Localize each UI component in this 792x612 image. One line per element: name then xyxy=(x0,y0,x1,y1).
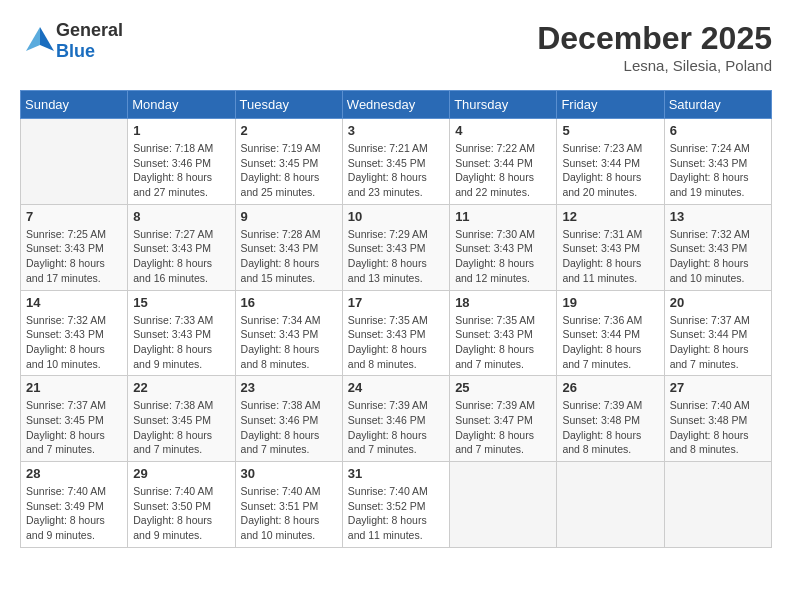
day-number: 30 xyxy=(241,466,337,481)
calendar-cell: 2Sunrise: 7:19 AMSunset: 3:45 PMDaylight… xyxy=(235,119,342,205)
day-number: 31 xyxy=(348,466,444,481)
day-info: Sunrise: 7:21 AMSunset: 3:45 PMDaylight:… xyxy=(348,141,444,200)
calendar-row-4: 21Sunrise: 7:37 AMSunset: 3:45 PMDayligh… xyxy=(21,376,772,462)
day-number: 24 xyxy=(348,380,444,395)
col-header-sunday: Sunday xyxy=(21,91,128,119)
day-number: 9 xyxy=(241,209,337,224)
day-number: 17 xyxy=(348,295,444,310)
calendar-cell: 10Sunrise: 7:29 AMSunset: 3:43 PMDayligh… xyxy=(342,204,449,290)
day-number: 13 xyxy=(670,209,766,224)
calendar-row-3: 14Sunrise: 7:32 AMSunset: 3:43 PMDayligh… xyxy=(21,290,772,376)
calendar-cell: 30Sunrise: 7:40 AMSunset: 3:51 PMDayligh… xyxy=(235,462,342,548)
calendar-cell: 17Sunrise: 7:35 AMSunset: 3:43 PMDayligh… xyxy=(342,290,449,376)
day-number: 7 xyxy=(26,209,122,224)
day-info: Sunrise: 7:40 AMSunset: 3:52 PMDaylight:… xyxy=(348,484,444,543)
day-info: Sunrise: 7:40 AMSunset: 3:51 PMDaylight:… xyxy=(241,484,337,543)
calendar-header-row: SundayMondayTuesdayWednesdayThursdayFrid… xyxy=(21,91,772,119)
svg-marker-1 xyxy=(26,27,40,51)
calendar-cell: 31Sunrise: 7:40 AMSunset: 3:52 PMDayligh… xyxy=(342,462,449,548)
day-number: 29 xyxy=(133,466,229,481)
day-info: Sunrise: 7:39 AMSunset: 3:47 PMDaylight:… xyxy=(455,398,551,457)
calendar-cell xyxy=(557,462,664,548)
calendar-cell: 22Sunrise: 7:38 AMSunset: 3:45 PMDayligh… xyxy=(128,376,235,462)
day-number: 12 xyxy=(562,209,658,224)
calendar-row-2: 7Sunrise: 7:25 AMSunset: 3:43 PMDaylight… xyxy=(21,204,772,290)
day-info: Sunrise: 7:25 AMSunset: 3:43 PMDaylight:… xyxy=(26,227,122,286)
day-number: 21 xyxy=(26,380,122,395)
calendar-cell xyxy=(664,462,771,548)
calendar-cell: 11Sunrise: 7:30 AMSunset: 3:43 PMDayligh… xyxy=(450,204,557,290)
day-info: Sunrise: 7:24 AMSunset: 3:43 PMDaylight:… xyxy=(670,141,766,200)
calendar-cell: 15Sunrise: 7:33 AMSunset: 3:43 PMDayligh… xyxy=(128,290,235,376)
location-title: Lesna, Silesia, Poland xyxy=(537,57,772,74)
calendar-cell: 6Sunrise: 7:24 AMSunset: 3:43 PMDaylight… xyxy=(664,119,771,205)
day-number: 19 xyxy=(562,295,658,310)
calendar-cell: 9Sunrise: 7:28 AMSunset: 3:43 PMDaylight… xyxy=(235,204,342,290)
day-info: Sunrise: 7:40 AMSunset: 3:48 PMDaylight:… xyxy=(670,398,766,457)
day-number: 15 xyxy=(133,295,229,310)
day-info: Sunrise: 7:39 AMSunset: 3:46 PMDaylight:… xyxy=(348,398,444,457)
day-number: 8 xyxy=(133,209,229,224)
day-number: 4 xyxy=(455,123,551,138)
day-info: Sunrise: 7:35 AMSunset: 3:43 PMDaylight:… xyxy=(455,313,551,372)
calendar-cell: 1Sunrise: 7:18 AMSunset: 3:46 PMDaylight… xyxy=(128,119,235,205)
page-header: General Blue December 2025 Lesna, Silesi… xyxy=(20,20,772,74)
day-info: Sunrise: 7:37 AMSunset: 3:44 PMDaylight:… xyxy=(670,313,766,372)
day-number: 16 xyxy=(241,295,337,310)
calendar-cell: 16Sunrise: 7:34 AMSunset: 3:43 PMDayligh… xyxy=(235,290,342,376)
day-info: Sunrise: 7:29 AMSunset: 3:43 PMDaylight:… xyxy=(348,227,444,286)
day-number: 3 xyxy=(348,123,444,138)
calendar-cell: 8Sunrise: 7:27 AMSunset: 3:43 PMDaylight… xyxy=(128,204,235,290)
day-info: Sunrise: 7:22 AMSunset: 3:44 PMDaylight:… xyxy=(455,141,551,200)
calendar-table: SundayMondayTuesdayWednesdayThursdayFrid… xyxy=(20,90,772,548)
day-info: Sunrise: 7:35 AMSunset: 3:43 PMDaylight:… xyxy=(348,313,444,372)
logo-general: General xyxy=(56,20,123,40)
day-info: Sunrise: 7:27 AMSunset: 3:43 PMDaylight:… xyxy=(133,227,229,286)
calendar-cell: 21Sunrise: 7:37 AMSunset: 3:45 PMDayligh… xyxy=(21,376,128,462)
day-number: 23 xyxy=(241,380,337,395)
day-number: 22 xyxy=(133,380,229,395)
day-info: Sunrise: 7:28 AMSunset: 3:43 PMDaylight:… xyxy=(241,227,337,286)
calendar-cell: 19Sunrise: 7:36 AMSunset: 3:44 PMDayligh… xyxy=(557,290,664,376)
day-info: Sunrise: 7:33 AMSunset: 3:43 PMDaylight:… xyxy=(133,313,229,372)
day-number: 25 xyxy=(455,380,551,395)
calendar-body: 1Sunrise: 7:18 AMSunset: 3:46 PMDaylight… xyxy=(21,119,772,548)
day-number: 5 xyxy=(562,123,658,138)
calendar-row-5: 28Sunrise: 7:40 AMSunset: 3:49 PMDayligh… xyxy=(21,462,772,548)
calendar-cell: 3Sunrise: 7:21 AMSunset: 3:45 PMDaylight… xyxy=(342,119,449,205)
day-info: Sunrise: 7:30 AMSunset: 3:43 PMDaylight:… xyxy=(455,227,551,286)
logo-icon xyxy=(20,23,56,59)
calendar-cell: 5Sunrise: 7:23 AMSunset: 3:44 PMDaylight… xyxy=(557,119,664,205)
calendar-cell: 29Sunrise: 7:40 AMSunset: 3:50 PMDayligh… xyxy=(128,462,235,548)
col-header-thursday: Thursday xyxy=(450,91,557,119)
day-info: Sunrise: 7:40 AMSunset: 3:49 PMDaylight:… xyxy=(26,484,122,543)
logo-blue: Blue xyxy=(56,41,95,61)
day-info: Sunrise: 7:32 AMSunset: 3:43 PMDaylight:… xyxy=(26,313,122,372)
day-info: Sunrise: 7:32 AMSunset: 3:43 PMDaylight:… xyxy=(670,227,766,286)
col-header-monday: Monday xyxy=(128,91,235,119)
svg-marker-0 xyxy=(40,27,54,51)
calendar-cell: 7Sunrise: 7:25 AMSunset: 3:43 PMDaylight… xyxy=(21,204,128,290)
day-info: Sunrise: 7:34 AMSunset: 3:43 PMDaylight:… xyxy=(241,313,337,372)
day-number: 10 xyxy=(348,209,444,224)
calendar-cell: 26Sunrise: 7:39 AMSunset: 3:48 PMDayligh… xyxy=(557,376,664,462)
day-number: 1 xyxy=(133,123,229,138)
calendar-cell: 28Sunrise: 7:40 AMSunset: 3:49 PMDayligh… xyxy=(21,462,128,548)
day-number: 2 xyxy=(241,123,337,138)
day-number: 20 xyxy=(670,295,766,310)
day-info: Sunrise: 7:19 AMSunset: 3:45 PMDaylight:… xyxy=(241,141,337,200)
day-info: Sunrise: 7:31 AMSunset: 3:43 PMDaylight:… xyxy=(562,227,658,286)
logo-text: General Blue xyxy=(56,20,123,62)
calendar-row-1: 1Sunrise: 7:18 AMSunset: 3:46 PMDaylight… xyxy=(21,119,772,205)
day-info: Sunrise: 7:39 AMSunset: 3:48 PMDaylight:… xyxy=(562,398,658,457)
day-number: 14 xyxy=(26,295,122,310)
col-header-wednesday: Wednesday xyxy=(342,91,449,119)
col-header-saturday: Saturday xyxy=(664,91,771,119)
day-info: Sunrise: 7:18 AMSunset: 3:46 PMDaylight:… xyxy=(133,141,229,200)
title-section: December 2025 Lesna, Silesia, Poland xyxy=(537,20,772,74)
day-info: Sunrise: 7:36 AMSunset: 3:44 PMDaylight:… xyxy=(562,313,658,372)
day-info: Sunrise: 7:38 AMSunset: 3:45 PMDaylight:… xyxy=(133,398,229,457)
day-info: Sunrise: 7:38 AMSunset: 3:46 PMDaylight:… xyxy=(241,398,337,457)
day-number: 27 xyxy=(670,380,766,395)
calendar-cell: 14Sunrise: 7:32 AMSunset: 3:43 PMDayligh… xyxy=(21,290,128,376)
